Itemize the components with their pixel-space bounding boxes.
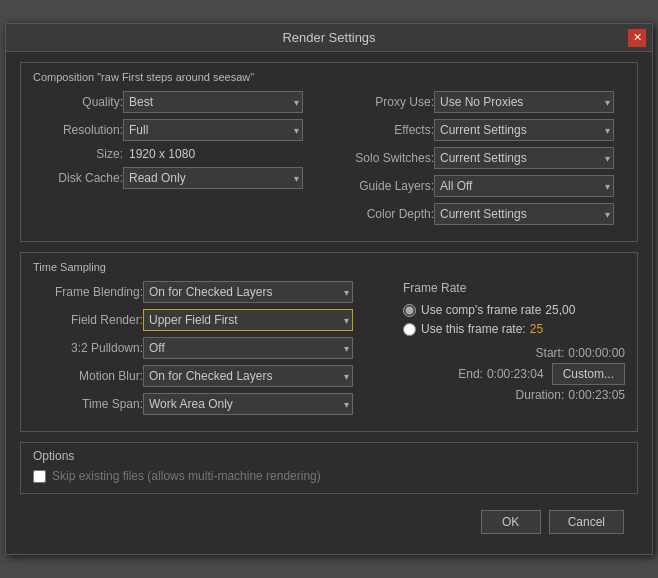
solo-switches-label: Solo Switches: [334, 151, 434, 165]
motion-blur-select[interactable]: On for Checked Layers All On All Off [143, 365, 353, 387]
composition-section-label: Composition "raw First steps around sees… [33, 71, 625, 83]
pulldown-label: 3:2 Pulldown: [33, 341, 143, 355]
size-row: Size: 1920 x 1080 [33, 147, 324, 161]
resolution-select-wrap[interactable]: Full Half Third Quarter [123, 119, 303, 141]
radio-custom-frame-rate[interactable] [403, 323, 416, 336]
time-span-row: Time Span: Work Area Only Length of Comp… [33, 393, 393, 415]
radio-custom-frame-rate-label: Use this frame rate: [421, 322, 526, 336]
effects-select[interactable]: Current Settings All On All Off [434, 119, 614, 141]
field-render-label: Field Render: [33, 313, 143, 327]
color-depth-select-wrap[interactable]: Current Settings 8 bpc 16 bpc 32 bpc [434, 203, 614, 225]
guide-select-wrap[interactable]: All Off All On Current Settings [434, 175, 614, 197]
resolution-select[interactable]: Full Half Third Quarter [123, 119, 303, 141]
start-label: Start: [536, 346, 565, 360]
guide-layers-row: Guide Layers: All Off All On Current Set… [334, 175, 625, 197]
proxy-use-label: Proxy Use: [334, 95, 434, 109]
end-value: 0:00:23:04 [487, 367, 544, 381]
duration-row: Duration: 0:00:23:05 [403, 388, 625, 402]
time-span-select-wrap[interactable]: Work Area Only Length of Comp Custom [143, 393, 353, 415]
time-sampling-label: Time Sampling [33, 261, 625, 273]
pulldown-row: 3:2 Pulldown: Off WSSWW SSWWW [33, 337, 393, 359]
time-info: Start: 0:00:00:00 End: 0:00:23:04 Custom… [403, 346, 625, 402]
frame-rate-title: Frame Rate [403, 281, 625, 295]
disk-cache-select-wrap[interactable]: Read Only Read/Write Off [123, 167, 303, 189]
disk-cache-select[interactable]: Read Only Read/Write Off [123, 167, 303, 189]
color-depth-select[interactable]: Current Settings 8 bpc 16 bpc 32 bpc [434, 203, 614, 225]
effects-label: Effects: [334, 123, 434, 137]
bottom-bar: OK Cancel [20, 504, 638, 544]
proxy-select[interactable]: Use No Proxies Use Comp Proxies Only Use… [434, 91, 614, 113]
quality-row: Quality: Best Draft Wireframe [33, 91, 324, 113]
ok-button[interactable]: OK [481, 510, 541, 534]
time-sampling-columns: Frame Blending: On for Checked Layers Al… [33, 281, 625, 421]
end-label: End: [458, 367, 483, 381]
comp-frame-rate-value: 25,00 [545, 303, 575, 317]
quality-select[interactable]: Best Draft Wireframe [123, 91, 303, 113]
field-render-select[interactable]: Upper Field First Lower Field First Off [143, 309, 353, 331]
start-value: 0:00:00:00 [568, 346, 625, 360]
motion-blur-select-wrap[interactable]: On for Checked Layers All On All Off [143, 365, 353, 387]
duration-value: 0:00:23:05 [568, 388, 625, 402]
duration-label: Duration: [516, 388, 565, 402]
title-bar: Render Settings ✕ [6, 24, 652, 52]
size-value: 1920 x 1080 [123, 147, 195, 161]
solo-select[interactable]: Current Settings All On All Off [434, 147, 614, 169]
guide-select[interactable]: All Off All On Current Settings [434, 175, 614, 197]
solo-switches-row: Solo Switches: Current Settings All On A… [334, 147, 625, 169]
skip-files-checkbox[interactable] [33, 470, 46, 483]
time-sampling-section: Time Sampling Frame Blending: On for Che… [20, 252, 638, 432]
frame-blending-select[interactable]: On for Checked Layers All On All Off [143, 281, 353, 303]
quality-label: Quality: [33, 95, 123, 109]
frame-rate-section: Frame Rate Use comp's frame rate 25,00 U… [393, 281, 625, 421]
custom-button[interactable]: Custom... [552, 363, 625, 385]
composition-section: Composition "raw First steps around sees… [20, 62, 638, 242]
close-button[interactable]: ✕ [628, 29, 646, 47]
radio-comp-frame-rate[interactable] [403, 304, 416, 317]
radio-custom-frame-rate-row: Use this frame rate: 25 [403, 322, 625, 336]
solo-select-wrap[interactable]: Current Settings All On All Off [434, 147, 614, 169]
skip-files-row: Skip existing files (allows multi-machin… [33, 469, 625, 483]
pulldown-select-wrap[interactable]: Off WSSWW SSWWW [143, 337, 353, 359]
size-label: Size: [33, 147, 123, 161]
cancel-button[interactable]: Cancel [549, 510, 624, 534]
time-span-select[interactable]: Work Area Only Length of Comp Custom [143, 393, 353, 415]
end-row: End: 0:00:23:04 Custom... [403, 363, 625, 385]
time-span-label: Time Span: [33, 397, 143, 411]
resolution-row: Resolution: Full Half Third Quarter [33, 119, 324, 141]
skip-files-label: Skip existing files (allows multi-machin… [52, 469, 321, 483]
field-render-select-wrap[interactable]: Upper Field First Lower Field First Off [143, 309, 353, 331]
render-settings-dialog: Render Settings ✕ Composition "raw First… [5, 23, 653, 555]
start-row: Start: 0:00:00:00 [403, 346, 625, 360]
color-depth-label: Color Depth: [334, 207, 434, 221]
disk-cache-row: Disk Cache: Read Only Read/Write Off [33, 167, 324, 189]
dialog-title: Render Settings [282, 30, 375, 45]
resolution-label: Resolution: [33, 123, 123, 137]
motion-blur-label: Motion Blur: [33, 369, 143, 383]
frame-blending-label: Frame Blending: [33, 285, 143, 299]
composition-left-col: Quality: Best Draft Wireframe Resolution… [33, 91, 324, 231]
effects-select-wrap[interactable]: Current Settings All On All Off [434, 119, 614, 141]
composition-right-col: Proxy Use: Use No Proxies Use Comp Proxi… [334, 91, 625, 231]
radio-comp-frame-rate-row: Use comp's frame rate 25,00 [403, 303, 625, 317]
frame-blending-select-wrap[interactable]: On for Checked Layers All On All Off [143, 281, 353, 303]
composition-columns: Quality: Best Draft Wireframe Resolution… [33, 91, 625, 231]
effects-row: Effects: Current Settings All On All Off [334, 119, 625, 141]
pulldown-select[interactable]: Off WSSWW SSWWW [143, 337, 353, 359]
dialog-body: Composition "raw First steps around sees… [6, 52, 652, 554]
guide-layers-label: Guide Layers: [334, 179, 434, 193]
radio-comp-frame-rate-label: Use comp's frame rate [421, 303, 541, 317]
proxy-select-wrap[interactable]: Use No Proxies Use Comp Proxies Only Use… [434, 91, 614, 113]
disk-cache-label: Disk Cache: [33, 171, 123, 185]
field-render-row: Field Render: Upper Field First Lower Fi… [33, 309, 393, 331]
options-title: Options [33, 449, 625, 463]
frame-blending-row: Frame Blending: On for Checked Layers Al… [33, 281, 393, 303]
quality-select-wrap[interactable]: Best Draft Wireframe [123, 91, 303, 113]
motion-blur-row: Motion Blur: On for Checked Layers All O… [33, 365, 393, 387]
proxy-use-row: Proxy Use: Use No Proxies Use Comp Proxi… [334, 91, 625, 113]
custom-frame-rate-value: 25 [530, 322, 543, 336]
options-section: Options Skip existing files (allows mult… [20, 442, 638, 494]
color-depth-row: Color Depth: Current Settings 8 bpc 16 b… [334, 203, 625, 225]
time-sampling-left: Frame Blending: On for Checked Layers Al… [33, 281, 393, 421]
